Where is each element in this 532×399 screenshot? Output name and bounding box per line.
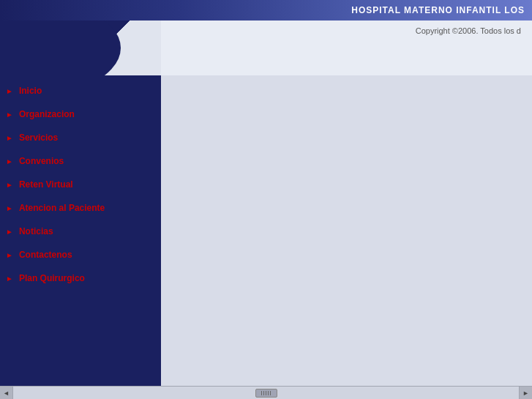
sidebar-item-plan-quirurgico[interactable]: ►Plan Quirurgico xyxy=(0,266,161,290)
menu-item-label: Plan Quirurgico xyxy=(19,273,85,283)
sidebar-item-servicios[interactable]: ►Servicios xyxy=(0,126,161,149)
scroll-grip-3 xyxy=(266,391,266,395)
app-container: HOSPITAL MATERNO INFANTIL LOS Copyright … xyxy=(0,0,532,399)
menu-item-label: Noticias xyxy=(19,226,53,236)
scroll-right-button[interactable]: ► xyxy=(519,387,532,400)
menu-item-label: Inicio xyxy=(19,86,42,96)
scroll-grip-4 xyxy=(268,391,269,395)
banner-right: Copyright ©2006. Todos los d xyxy=(161,20,532,75)
main-content xyxy=(161,75,532,386)
scroll-thumb[interactable] xyxy=(255,389,277,398)
menu-item-label: Convenios xyxy=(19,156,64,166)
menu-arrow-icon: ► xyxy=(6,87,13,95)
menu-arrow-icon: ► xyxy=(6,204,13,212)
bottom-scrollbar[interactable]: ◄ ► xyxy=(0,386,532,399)
sidebar: ►Inicio►Organizacion►Servicios►Convenios… xyxy=(0,75,161,386)
banner-decoration xyxy=(0,20,161,75)
site-title: HOSPITAL MATERNO INFANTIL LOS xyxy=(351,5,525,15)
sidebar-item-inicio[interactable]: ►Inicio xyxy=(0,79,161,102)
sidebar-item-reten-virtual[interactable]: ►Reten Virtual xyxy=(0,173,161,196)
menu-arrow-icon: ► xyxy=(6,157,13,165)
menu-arrow-icon: ► xyxy=(6,251,13,259)
sidebar-item-organizacion[interactable]: ►Organizacion xyxy=(0,102,161,126)
menu-item-label: Reten Virtual xyxy=(19,179,73,190)
menu-item-label: Servicios xyxy=(19,133,58,143)
sidebar-item-noticias[interactable]: ►Noticias xyxy=(0,220,161,243)
copyright-text: Copyright ©2006. Todos los d xyxy=(416,26,521,35)
sidebar-item-convenios[interactable]: ►Convenios xyxy=(0,149,161,173)
scrollbar-track: ◄ ► xyxy=(0,387,532,399)
menu-arrow-icon: ► xyxy=(6,134,13,142)
menu-arrow-icon: ► xyxy=(6,275,13,283)
scroll-grip-1 xyxy=(261,391,262,395)
sidebar-item-contactenos[interactable]: ►Contactenos xyxy=(0,243,161,266)
sidebar-item-atencion-al-paciente[interactable]: ►Atencion al Paciente xyxy=(0,196,161,220)
content-row: ►Inicio►Organizacion►Servicios►Convenios… xyxy=(0,75,532,386)
scroll-grip-2 xyxy=(263,391,264,395)
menu-item-label: Contactenos xyxy=(19,250,72,260)
banner-row: Copyright ©2006. Todos los d xyxy=(0,20,532,75)
scroll-track-inner xyxy=(13,387,519,399)
banner-left xyxy=(0,20,161,75)
scroll-grip-5 xyxy=(270,391,271,395)
top-header: HOSPITAL MATERNO INFANTIL LOS xyxy=(0,0,532,20)
menu-arrow-icon: ► xyxy=(6,228,13,236)
scroll-left-button[interactable]: ◄ xyxy=(0,387,13,400)
menu-item-label: Atencion al Paciente xyxy=(19,203,105,213)
main-area: Copyright ©2006. Todos los d ►Inicio►Org… xyxy=(0,20,532,386)
menu-arrow-icon: ► xyxy=(6,181,13,189)
menu-arrow-icon: ► xyxy=(6,111,13,119)
menu-item-label: Organizacion xyxy=(19,109,75,119)
